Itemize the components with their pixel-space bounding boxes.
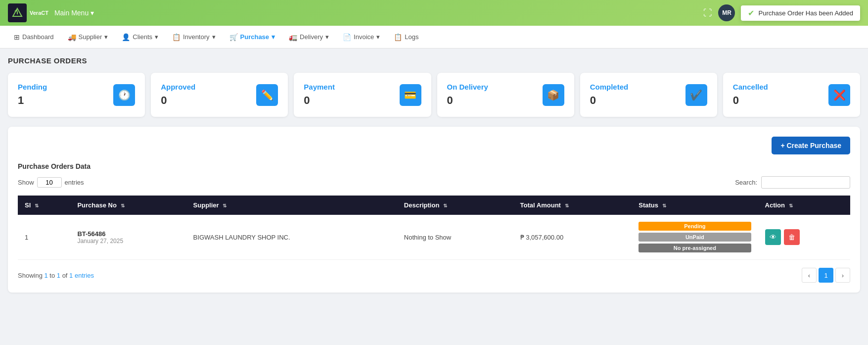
next-page-button[interactable]: › xyxy=(835,268,850,283)
supplier-icon: 🚚 xyxy=(68,33,76,41)
nav-label-purchase: Purchase xyxy=(240,33,270,41)
stats-row: Pending 1 🕐 Approved 0 ✏️ Payment 0 💳 xyxy=(8,73,860,117)
dashboard-icon: ⊞ xyxy=(14,33,20,41)
pagination-buttons: ‹ 1 › xyxy=(802,268,850,283)
stat-icon-cancelled[interactable]: ❌ xyxy=(828,84,850,106)
nav-item-inventory[interactable]: 📋 Inventory ▾ xyxy=(166,29,221,45)
nav-item-logs[interactable]: 📋 Logs xyxy=(388,29,424,45)
notification-toast: ✔ Purchase Order Has been Added xyxy=(741,5,860,21)
pagination-area: Showing 1 to 1 of 1 entries ‹ 1 › xyxy=(18,268,850,283)
stat-info-payment: Payment 0 xyxy=(304,83,335,107)
check-icon: ✔️ xyxy=(690,89,702,101)
stat-icon-approved[interactable]: ✏️ xyxy=(256,84,278,106)
search-input[interactable] xyxy=(761,176,850,189)
stat-icon-completed[interactable]: ✔️ xyxy=(685,84,707,106)
chevron-down-icon: ▾ xyxy=(212,33,216,41)
delete-button[interactable]: 🗑 xyxy=(784,229,800,245)
stat-info-cancelled: Cancelled 0 xyxy=(733,83,768,107)
clients-icon: 👤 xyxy=(122,33,130,41)
nav-item-invoice[interactable]: 📄 Invoice ▾ xyxy=(337,29,386,45)
nav-item-purchase[interactable]: 🛒 Purchase ▾ xyxy=(224,29,281,45)
data-section-title: Purchase Orders Data xyxy=(18,162,850,170)
chevron-down-icon: ▾ xyxy=(325,33,329,41)
chevron-down-icon: ▾ xyxy=(272,33,275,41)
sort-arrows-purchase-no[interactable]: ⇅ xyxy=(121,203,125,208)
entries-input[interactable] xyxy=(37,177,62,188)
show-label: Show xyxy=(18,179,34,186)
col-action: Action ⇅ xyxy=(758,196,850,215)
delivery-box-icon: 📦 xyxy=(547,89,559,101)
chevron-down-icon: ▾ xyxy=(104,33,108,41)
create-purchase-button[interactable]: + Create Purchase xyxy=(772,137,850,154)
top-bar-right: ⛶ MR ✔ Purchase Order Has been Added xyxy=(703,4,860,21)
stat-icon-payment[interactable]: 💳 xyxy=(400,84,421,106)
stat-card-on-delivery: On Delivery 0 📦 xyxy=(437,73,574,117)
table-header-row: Sl ⇅ Purchase No ⇅ Supplier ⇅ Descriptio… xyxy=(18,196,850,215)
sort-arrows-supplier[interactable]: ⇅ xyxy=(223,203,227,208)
stat-value-on-delivery: 0 xyxy=(447,94,488,107)
top-bar: VeraCT Main Menu ▾ ⛶ MR ✔ Purchase Order… xyxy=(0,0,868,26)
chevron-down-icon: ▾ xyxy=(91,9,94,17)
cell-purchase-no: BT-56486 January 27, 2025 xyxy=(70,215,186,260)
main-menu-label: Main Menu xyxy=(54,9,89,17)
table-header: Sl ⇅ Purchase No ⇅ Supplier ⇅ Descriptio… xyxy=(18,196,850,215)
nav-item-delivery[interactable]: 🚛 Delivery ▾ xyxy=(283,29,335,45)
nav-label-delivery: Delivery xyxy=(300,33,323,41)
cancel-icon: ❌ xyxy=(833,89,846,101)
stat-card-completed: Completed 0 ✔️ xyxy=(580,73,717,117)
stat-info-on-delivery: On Delivery 0 xyxy=(447,83,488,107)
chevron-down-icon: ▾ xyxy=(155,33,158,41)
inventory-icon: 📋 xyxy=(172,33,181,41)
prev-page-button[interactable]: ‹ xyxy=(802,268,817,283)
col-sl: Sl ⇅ xyxy=(18,196,70,215)
sort-arrows-total-amount[interactable]: ⇅ xyxy=(565,203,569,208)
sort-arrows-description[interactable]: ⇅ xyxy=(443,203,447,208)
pagination-to: 1 xyxy=(57,272,60,279)
action-buttons: 👁 🗑 xyxy=(765,229,843,245)
col-description: Description ⇅ xyxy=(397,196,513,215)
stat-label-pending: Pending xyxy=(18,83,47,91)
cell-sl: 1 xyxy=(18,215,70,260)
col-purchase-no: Purchase No ⇅ xyxy=(70,196,186,215)
cell-description: Nothing to Show xyxy=(397,215,513,260)
stat-icon-pending[interactable]: 🕐 xyxy=(113,84,135,106)
entries-label: entries xyxy=(65,179,84,186)
sort-arrows-sl[interactable]: ⇅ xyxy=(35,203,39,208)
main-menu-button[interactable]: Main Menu ▾ xyxy=(54,9,94,17)
table-controls: Show entries Search: xyxy=(18,176,850,189)
purchase-icon: 🛒 xyxy=(229,33,238,41)
col-total-amount: Total Amount ⇅ xyxy=(513,196,632,215)
nav-label-logs: Logs xyxy=(405,33,418,41)
status-badge-1: UnPaid xyxy=(639,233,751,242)
stat-info-completed: Completed 0 xyxy=(590,83,629,107)
stat-card-pending: Pending 1 🕐 xyxy=(8,73,145,117)
pagination-entries-label: entries xyxy=(75,272,94,279)
sort-arrows-action[interactable]: ⇅ xyxy=(789,203,793,208)
stat-value-payment: 0 xyxy=(304,94,335,107)
nav-item-dashboard[interactable]: ⊞ Dashboard xyxy=(8,29,60,45)
main-content: PURCHASE ORDERS Pending 1 🕐 Approved 0 ✏… xyxy=(0,49,868,300)
nav-item-clients[interactable]: 👤 Clients ▾ xyxy=(116,29,164,45)
delivery-icon: 🚛 xyxy=(289,33,297,41)
view-button[interactable]: 👁 xyxy=(765,229,781,245)
expand-icon[interactable]: ⛶ xyxy=(703,8,712,18)
stat-value-approved: 0 xyxy=(161,94,195,107)
stat-icon-on-delivery[interactable]: 📦 xyxy=(543,84,564,106)
stat-card-payment: Payment 0 💳 xyxy=(294,73,431,117)
stat-info-pending: Pending 1 xyxy=(18,83,47,107)
search-label: Search: xyxy=(735,179,757,186)
logs-icon: 📋 xyxy=(394,33,402,41)
page-1-button[interactable]: 1 xyxy=(819,268,833,283)
search-box: Search: xyxy=(735,176,850,189)
top-bar-left: VeraCT Main Menu ▾ xyxy=(8,3,94,22)
purchase-number: BT-56486 xyxy=(77,230,179,238)
stat-card-cancelled: Cancelled 0 ❌ xyxy=(723,73,860,117)
nav-label-invoice: Invoice xyxy=(354,33,374,41)
invoice-icon: 📄 xyxy=(343,33,351,41)
sort-arrows-status[interactable]: ⇅ xyxy=(662,203,666,208)
nav-item-supplier[interactable]: 🚚 Supplier ▾ xyxy=(62,29,114,45)
col-status: Status ⇅ xyxy=(632,196,758,215)
logo-text: VeraCT xyxy=(30,10,48,16)
col-supplier: Supplier ⇅ xyxy=(186,196,397,215)
stat-info-approved: Approved 0 xyxy=(161,83,195,107)
